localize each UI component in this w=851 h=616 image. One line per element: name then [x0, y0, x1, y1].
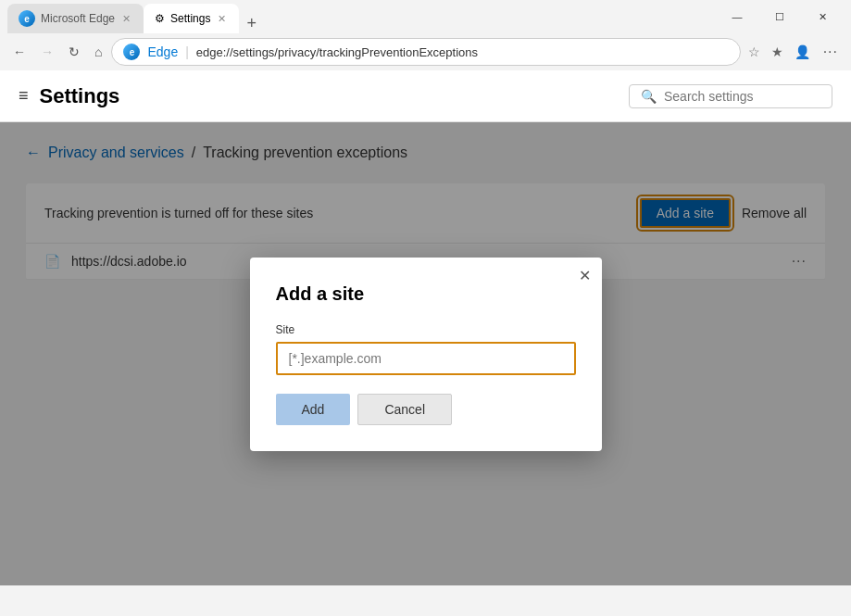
title-bar: e Microsoft Edge ✕ ⚙ Settings ✕ + — ☐ ✕: [0, 0, 851, 33]
search-box[interactable]: 🔍: [629, 84, 832, 108]
search-input[interactable]: [664, 89, 812, 104]
profile-button[interactable]: 👤: [791, 43, 814, 61]
settings-header: ≡ Settings 🔍: [0, 70, 851, 122]
address-edge-label: Edge: [147, 44, 178, 59]
modal-field-label: Site: [276, 323, 576, 336]
modal-close-button[interactable]: ✕: [579, 267, 591, 284]
settings-content: ← Privacy and services / Tracking preven…: [0, 122, 851, 585]
maximize-button[interactable]: ☐: [758, 2, 801, 31]
tab-settings[interactable]: ⚙ Settings ✕: [144, 4, 239, 33]
address-bar: ← → ↻ ⌂ e Edge | edge://settings/privacy…: [0, 33, 851, 70]
refresh-button[interactable]: ↻: [63, 41, 85, 63]
collections-button[interactable]: ★: [768, 43, 787, 61]
address-input-wrap[interactable]: e Edge | edge://settings/privacy/trackin…: [111, 38, 740, 66]
tab-microsoft-edge-close[interactable]: ✕: [120, 11, 132, 27]
window-controls: — ☐ ✕: [716, 2, 844, 31]
modal-cancel-button[interactable]: Cancel: [357, 394, 452, 425]
tab-settings-label: Settings: [170, 12, 210, 25]
modal-actions: Add Cancel: [276, 394, 576, 425]
modal-title: Add a site: [276, 283, 576, 305]
add-site-modal: ✕ Add a site Site Add Cancel: [250, 258, 602, 451]
modal-add-button[interactable]: Add: [276, 394, 351, 425]
edge-tab-icon: e: [19, 10, 35, 27]
forward-button[interactable]: →: [35, 41, 59, 63]
settings-title: Settings: [40, 84, 120, 108]
address-divider: |: [185, 44, 189, 59]
address-icons: ☆ ★ 👤 ···: [745, 40, 844, 64]
settings-page: ≡ Settings 🔍 ← Privacy and services / Tr…: [0, 70, 851, 585]
address-url: edge://settings/privacy/trackingPreventi…: [196, 45, 729, 59]
site-input[interactable]: [276, 342, 576, 375]
tab-microsoft-edge[interactable]: e Microsoft Edge ✕: [7, 4, 144, 33]
favorite-button[interactable]: ☆: [745, 43, 764, 61]
search-icon: 🔍: [641, 89, 657, 104]
close-button[interactable]: ✕: [801, 2, 844, 31]
settings-title-area: ≡ Settings: [19, 84, 119, 108]
tab-settings-close[interactable]: ✕: [216, 11, 228, 27]
browser-chrome: e Microsoft Edge ✕ ⚙ Settings ✕ + — ☐ ✕ …: [0, 0, 851, 70]
minimize-button[interactable]: —: [716, 2, 758, 31]
edge-address-icon: e: [123, 44, 140, 60]
back-button[interactable]: ←: [7, 41, 31, 63]
home-button[interactable]: ⌂: [89, 41, 107, 63]
tabs-area: e Microsoft Edge ✕ ⚙ Settings ✕ +: [7, 0, 716, 33]
gear-icon: ⚙: [155, 12, 165, 25]
modal-overlay: ✕ Add a site Site Add Cancel: [0, 122, 851, 585]
new-tab-button[interactable]: +: [239, 14, 264, 33]
tab-microsoft-edge-label: Microsoft Edge: [41, 12, 115, 25]
more-button[interactable]: ···: [818, 40, 844, 64]
hamburger-icon[interactable]: ≡: [19, 86, 29, 106]
